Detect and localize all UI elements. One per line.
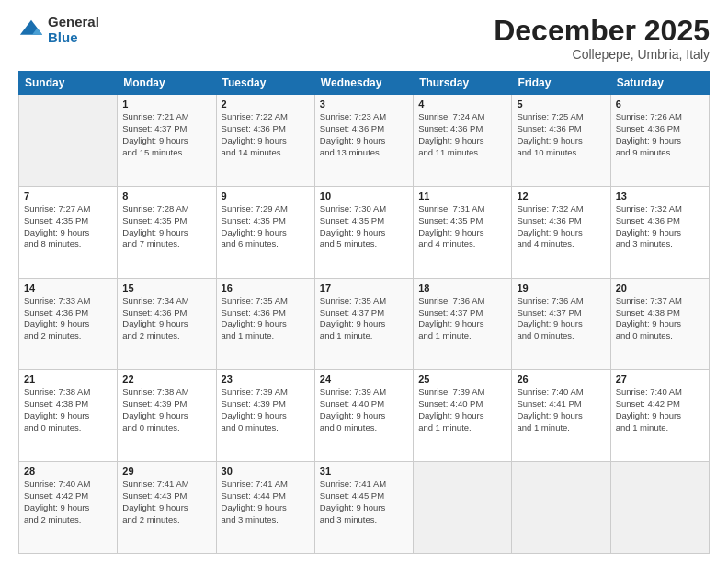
day-info: Sunrise: 7:25 AM Sunset: 4:36 PM Dayligh…	[517, 111, 605, 158]
calendar-cell: 19Sunrise: 7:36 AM Sunset: 4:37 PM Dayli…	[512, 278, 610, 370]
logo-general: General	[48, 15, 99, 30]
day-info: Sunrise: 7:24 AM Sunset: 4:36 PM Dayligh…	[418, 111, 506, 158]
header: General Blue December 2025 Collepepe, Um…	[18, 15, 710, 62]
calendar-cell: 1Sunrise: 7:21 AM Sunset: 4:37 PM Daylig…	[118, 95, 216, 187]
calendar-cell	[512, 462, 610, 554]
day-number: 2	[222, 98, 310, 109]
day-info: Sunrise: 7:34 AM Sunset: 4:36 PM Dayligh…	[122, 295, 210, 342]
header-day-thursday: Thursday	[414, 72, 512, 95]
day-info: Sunrise: 7:36 AM Sunset: 4:37 PM Dayligh…	[517, 295, 605, 342]
day-info: Sunrise: 7:23 AM Sunset: 4:36 PM Dayligh…	[320, 111, 408, 158]
day-info: Sunrise: 7:29 AM Sunset: 4:35 PM Dayligh…	[222, 203, 310, 250]
day-info: Sunrise: 7:30 AM Sunset: 4:35 PM Dayligh…	[320, 203, 408, 250]
day-number: 29	[122, 465, 210, 477]
day-number: 5	[517, 98, 605, 109]
day-number: 21	[24, 373, 112, 385]
day-number: 24	[320, 373, 408, 385]
day-number: 26	[517, 373, 605, 385]
calendar-cell: 17Sunrise: 7:35 AM Sunset: 4:37 PM Dayli…	[314, 278, 413, 370]
logo-icon	[18, 17, 44, 43]
calendar-cell	[19, 95, 118, 187]
calendar-cell: 15Sunrise: 7:34 AM Sunset: 4:36 PM Dayli…	[118, 278, 216, 370]
location-subtitle: Collepepe, Umbria, Italy	[494, 47, 710, 62]
day-number: 13	[616, 190, 704, 201]
day-number: 20	[616, 282, 704, 293]
day-info: Sunrise: 7:38 AM Sunset: 4:38 PM Dayligh…	[24, 386, 112, 433]
calendar-cell: 12Sunrise: 7:32 AM Sunset: 4:36 PM Dayli…	[512, 186, 610, 278]
calendar-cell: 20Sunrise: 7:37 AM Sunset: 4:38 PM Dayli…	[610, 278, 709, 370]
day-number: 25	[418, 373, 506, 385]
logo: General Blue	[18, 15, 99, 45]
header-day-wednesday: Wednesday	[314, 72, 413, 95]
day-number: 15	[122, 282, 210, 293]
day-info: Sunrise: 7:35 AM Sunset: 4:36 PM Dayligh…	[222, 295, 310, 342]
day-number: 10	[320, 190, 408, 201]
calendar-cell: 16Sunrise: 7:35 AM Sunset: 4:36 PM Dayli…	[216, 278, 314, 370]
day-number: 12	[517, 190, 605, 201]
day-info: Sunrise: 7:41 AM Sunset: 4:45 PM Dayligh…	[320, 478, 408, 525]
calendar-cell	[414, 462, 512, 554]
calendar-cell: 23Sunrise: 7:39 AM Sunset: 4:39 PM Dayli…	[216, 370, 314, 462]
day-number: 9	[222, 190, 310, 201]
day-number: 27	[616, 373, 704, 385]
calendar-cell	[610, 462, 709, 554]
header-day-friday: Friday	[512, 72, 610, 95]
day-number: 31	[320, 465, 408, 477]
day-number: 11	[418, 190, 506, 201]
calendar-cell: 25Sunrise: 7:39 AM Sunset: 4:40 PM Dayli…	[414, 370, 512, 462]
day-info: Sunrise: 7:39 AM Sunset: 4:40 PM Dayligh…	[320, 386, 408, 433]
week-row-4: 28Sunrise: 7:40 AM Sunset: 4:42 PM Dayli…	[19, 462, 710, 554]
day-info: Sunrise: 7:26 AM Sunset: 4:36 PM Dayligh…	[616, 111, 704, 158]
day-number: 6	[616, 98, 704, 109]
calendar-cell: 5Sunrise: 7:25 AM Sunset: 4:36 PM Daylig…	[512, 95, 610, 187]
day-number: 17	[320, 282, 408, 293]
calendar-cell: 27Sunrise: 7:40 AM Sunset: 4:42 PM Dayli…	[610, 370, 709, 462]
page: General Blue December 2025 Collepepe, Um…	[0, 0, 728, 563]
header-day-saturday: Saturday	[610, 72, 709, 95]
header-day-tuesday: Tuesday	[216, 72, 314, 95]
day-info: Sunrise: 7:32 AM Sunset: 4:36 PM Dayligh…	[616, 203, 704, 250]
calendar-body: 1Sunrise: 7:21 AM Sunset: 4:37 PM Daylig…	[19, 95, 710, 554]
day-number: 4	[418, 98, 506, 109]
day-info: Sunrise: 7:32 AM Sunset: 4:36 PM Dayligh…	[517, 203, 605, 250]
day-number: 18	[418, 282, 506, 293]
calendar-cell: 13Sunrise: 7:32 AM Sunset: 4:36 PM Dayli…	[610, 186, 709, 278]
day-info: Sunrise: 7:39 AM Sunset: 4:40 PM Dayligh…	[418, 386, 506, 433]
week-row-0: 1Sunrise: 7:21 AM Sunset: 4:37 PM Daylig…	[19, 95, 710, 187]
day-number: 14	[24, 282, 112, 293]
calendar-cell: 22Sunrise: 7:38 AM Sunset: 4:39 PM Dayli…	[118, 370, 216, 462]
day-number: 16	[222, 282, 310, 293]
calendar-cell: 7Sunrise: 7:27 AM Sunset: 4:35 PM Daylig…	[19, 186, 118, 278]
day-info: Sunrise: 7:40 AM Sunset: 4:41 PM Dayligh…	[517, 386, 605, 433]
day-number: 23	[222, 373, 310, 385]
calendar-cell: 28Sunrise: 7:40 AM Sunset: 4:42 PM Dayli…	[19, 462, 118, 554]
calendar-cell: 2Sunrise: 7:22 AM Sunset: 4:36 PM Daylig…	[216, 95, 314, 187]
day-info: Sunrise: 7:38 AM Sunset: 4:39 PM Dayligh…	[122, 386, 210, 433]
calendar-cell: 14Sunrise: 7:33 AM Sunset: 4:36 PM Dayli…	[19, 278, 118, 370]
week-row-1: 7Sunrise: 7:27 AM Sunset: 4:35 PM Daylig…	[19, 186, 710, 278]
day-info: Sunrise: 7:33 AM Sunset: 4:36 PM Dayligh…	[24, 295, 112, 342]
calendar-cell: 6Sunrise: 7:26 AM Sunset: 4:36 PM Daylig…	[610, 95, 709, 187]
title-block: December 2025 Collepepe, Umbria, Italy	[494, 15, 710, 62]
day-info: Sunrise: 7:31 AM Sunset: 4:35 PM Dayligh…	[418, 203, 506, 250]
day-info: Sunrise: 7:22 AM Sunset: 4:36 PM Dayligh…	[222, 111, 310, 158]
calendar-cell: 30Sunrise: 7:41 AM Sunset: 4:44 PM Dayli…	[216, 462, 314, 554]
month-title: December 2025	[494, 15, 710, 47]
day-info: Sunrise: 7:37 AM Sunset: 4:38 PM Dayligh…	[616, 295, 704, 342]
header-day-sunday: Sunday	[19, 72, 118, 95]
day-number: 3	[320, 98, 408, 109]
day-info: Sunrise: 7:40 AM Sunset: 4:42 PM Dayligh…	[616, 386, 704, 433]
calendar-cell: 24Sunrise: 7:39 AM Sunset: 4:40 PM Dayli…	[314, 370, 413, 462]
day-number: 19	[517, 282, 605, 293]
day-number: 7	[24, 190, 112, 201]
calendar-cell: 29Sunrise: 7:41 AM Sunset: 4:43 PM Dayli…	[118, 462, 216, 554]
day-number: 8	[122, 190, 210, 201]
day-number: 1	[122, 98, 210, 109]
day-number: 30	[222, 465, 310, 477]
day-number: 28	[24, 465, 112, 477]
calendar-cell: 11Sunrise: 7:31 AM Sunset: 4:35 PM Dayli…	[414, 186, 512, 278]
week-row-3: 21Sunrise: 7:38 AM Sunset: 4:38 PM Dayli…	[19, 370, 710, 462]
day-info: Sunrise: 7:40 AM Sunset: 4:42 PM Dayligh…	[24, 478, 112, 525]
calendar-cell: 31Sunrise: 7:41 AM Sunset: 4:45 PM Dayli…	[314, 462, 413, 554]
day-info: Sunrise: 7:28 AM Sunset: 4:35 PM Dayligh…	[122, 203, 210, 250]
